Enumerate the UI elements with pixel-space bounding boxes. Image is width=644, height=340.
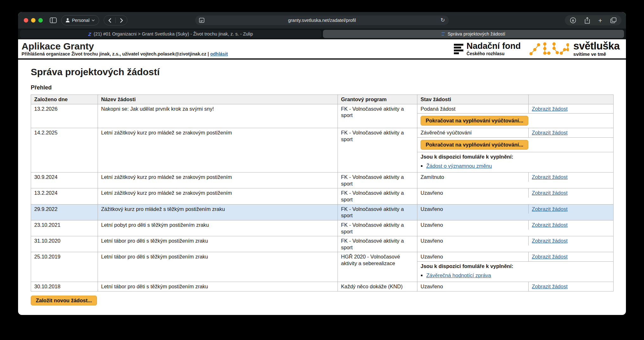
request-date-cell: 29.9.2022 — [31, 204, 98, 220]
request-date-cell: 14.2.2025 — [31, 128, 98, 173]
share-icon[interactable] — [584, 15, 590, 25]
request-row: 13.2.2024Letní zážitkový kurz pro mládež… — [31, 188, 614, 204]
logout-link[interactable]: odhlásit — [210, 51, 228, 56]
tab-zulip[interactable]: Z (21) #01 Organizacni > Grant Svetluska… — [20, 30, 321, 38]
request-date-cell: 13.2.2026 — [31, 104, 98, 128]
request-row: 13.2.2026Nakopni se: Jak udělat prvník k… — [31, 104, 614, 128]
app-title: Aplikace Granty — [22, 41, 228, 51]
forms-list: Žádost o významnou změnu — [426, 163, 610, 169]
view-request-link[interactable]: Zobrazit žádost — [532, 190, 568, 196]
continue-settlement-button[interactable]: Pokračovat na vyplňování vyúčtování... — [421, 140, 528, 150]
request-status-cell: ZamítnutoZobrazit žádost — [417, 173, 614, 188]
tab-label: Správa projektových žádostí — [448, 31, 505, 36]
tab-bar: Z (21) #01 Organizacni > Grant Svetluska… — [18, 29, 626, 39]
site-header: Aplikace Granty Přihlášená organizace Ži… — [18, 39, 626, 60]
nadacni-fond-logo: Nadační fond Českého rozhlasu — [454, 42, 521, 56]
downloads-icon[interactable] — [570, 15, 576, 25]
continue-settlement-row: Pokračovat na vyplňování vyúčtování... — [417, 137, 613, 152]
toolbar-actions: + — [565, 15, 621, 25]
view-request-link[interactable]: Zobrazit žádost — [532, 206, 568, 212]
forward-button[interactable] — [116, 16, 127, 25]
status-line: UzavřenoZobrazit žádost — [417, 220, 613, 230]
view-request-cell: Zobrazit žádost — [529, 128, 613, 137]
view-request-link[interactable]: Zobrazit žádost — [532, 222, 568, 228]
status-line: Podaná žádostZobrazit žádost — [417, 104, 613, 114]
reload-icon[interactable]: ↻ — [441, 17, 445, 23]
status-line: UzavřenoZobrazit žádost — [417, 236, 613, 245]
close-window-button[interactable] — [24, 18, 28, 23]
view-request-link[interactable]: Zobrazit žádost — [532, 254, 568, 259]
view-request-cell: Zobrazit žádost — [529, 282, 613, 291]
request-name-cell: Zážitkový kurz pro mládež s těžkým posti… — [98, 204, 338, 220]
minimize-window-button[interactable] — [31, 18, 35, 23]
request-program-cell: FK - Volnočasové aktivity a sport — [338, 104, 417, 128]
request-status-cell: UzavřenoZobrazit žádostJsou k dispozici … — [417, 252, 614, 282]
request-status-cell: Závěrečné vyúčtováníZobrazit žádostPokra… — [417, 128, 614, 173]
url-text: granty.svetluska.net/zadatel/profil — [288, 18, 356, 23]
granty-favicon — [441, 32, 445, 36]
forms-list-item: Žádost o významnou změnu — [426, 163, 610, 169]
request-status-cell: UzavřenoZobrazit žádost — [417, 220, 614, 236]
tab-overview-icon[interactable] — [610, 15, 616, 25]
nadacni-fond-title: Nadační fond — [467, 42, 521, 50]
forms-available: Jsou k dispozici fomuláře k vyplnění:Žád… — [417, 152, 613, 172]
tab-granty-active[interactable]: Správa projektových žádostí — [323, 30, 624, 38]
request-date-cell: 30.10.2018 — [31, 282, 98, 291]
view-request-link[interactable]: Zobrazit žádost — [532, 106, 568, 112]
request-name-cell: Letní zážitkový kurz pro mládež se zrako… — [98, 188, 338, 204]
view-request-cell: Zobrazit žádost — [529, 236, 613, 245]
page-title: Správa projektových žádostí — [31, 67, 613, 77]
czech-radio-icon — [454, 44, 463, 54]
request-date-cell: 25.10.2019 — [31, 252, 98, 282]
logged-in-user-text: Přihlášená organizace Život trochu jinak… — [22, 51, 209, 56]
request-name-cell: Letní pobyt pro děti s těžkým postižením… — [98, 220, 338, 236]
requests-table: Založeno dneNázev žádostiGrantový progra… — [31, 95, 614, 291]
sidebar-toggle-icon[interactable] — [50, 15, 57, 25]
new-tab-icon[interactable]: + — [598, 15, 602, 25]
request-name-cell: Letní tábor pro děti s těžkým postižením… — [98, 282, 338, 291]
continue-settlement-button[interactable]: Pokračovat na vyplňování vyúčtování... — [421, 116, 528, 126]
continue-settlement-row: Pokračovat na vyplňování vyúčtování... — [417, 113, 613, 128]
request-name-cell: Letní tábor pro děti s těžkým postižením… — [98, 236, 338, 252]
column-header: Grantový program — [338, 95, 417, 104]
zoom-window-button[interactable] — [38, 18, 43, 23]
view-request-link[interactable]: Zobrazit žádost — [532, 130, 568, 135]
request-row: 30.9.2024Letní zážitkový kurz pro mládež… — [31, 173, 614, 188]
address-bar[interactable]: granty.svetluska.net/zadatel/profil ↻ — [195, 16, 449, 25]
request-status-text: Uzavřeno — [417, 282, 529, 291]
request-date-cell: 23.10.2021 — [31, 220, 98, 236]
request-date-cell: 31.10.2020 — [31, 236, 98, 252]
view-request-cell: Zobrazit žádost — [529, 173, 613, 182]
request-program-cell: FK - Volnočasové aktivity a sport — [338, 236, 417, 252]
view-request-cell: Zobrazit žádost — [529, 205, 613, 214]
column-header — [529, 95, 614, 104]
overview-section-label: Přehled — [31, 84, 613, 91]
nav-buttons — [104, 15, 127, 25]
request-row: 25.10.2019Letní tábor pro děti s těžkým … — [31, 252, 614, 282]
forms-list: Závěrečná hodnotící zpráva — [426, 272, 610, 279]
request-status-text: Podaná žádost — [417, 104, 529, 114]
view-request-link[interactable]: Zobrazit žádost — [532, 238, 568, 244]
view-request-link[interactable]: Zobrazit žádost — [532, 284, 568, 289]
page-format-icon[interactable] — [199, 18, 204, 24]
status-line: UzavřenoZobrazit žádost — [417, 282, 613, 291]
request-status-cell: UzavřenoZobrazit žádost — [417, 236, 614, 252]
request-program-cell: Každý něco dokáže (KND) — [338, 282, 417, 291]
form-link[interactable]: Závěrečná hodnotící zpráva — [426, 272, 491, 278]
status-line: UzavřenoZobrazit žádost — [417, 205, 613, 214]
forms-available-label: Jsou k dispozici fomuláře k vyplnění: — [421, 263, 610, 270]
profile-switcher[interactable]: Personal — [61, 15, 99, 25]
status-line: ZamítnutoZobrazit žádost — [417, 173, 613, 182]
view-request-link[interactable]: Zobrazit žádost — [532, 174, 568, 180]
svetluska-constellation-icon — [528, 41, 569, 57]
request-row: 30.10.2018Letní tábor pro děti s těžkým … — [31, 282, 614, 291]
request-row: 29.9.2022Zážitkový kurz pro mládež s těž… — [31, 204, 614, 220]
forms-list-item: Závěrečná hodnotící zpráva — [426, 272, 610, 279]
request-name-cell: Letní zážitkový kurz pro mládež se zrako… — [98, 173, 338, 188]
column-header: Název žádosti — [98, 95, 338, 104]
back-button[interactable] — [104, 16, 115, 25]
form-link[interactable]: Žádost o významnou změnu — [426, 163, 492, 169]
request-status-text: Uzavřeno — [417, 205, 529, 214]
request-status-cell: UzavřenoZobrazit žádost — [417, 282, 614, 291]
new-request-button[interactable]: Založit novou žádost... — [31, 296, 97, 305]
